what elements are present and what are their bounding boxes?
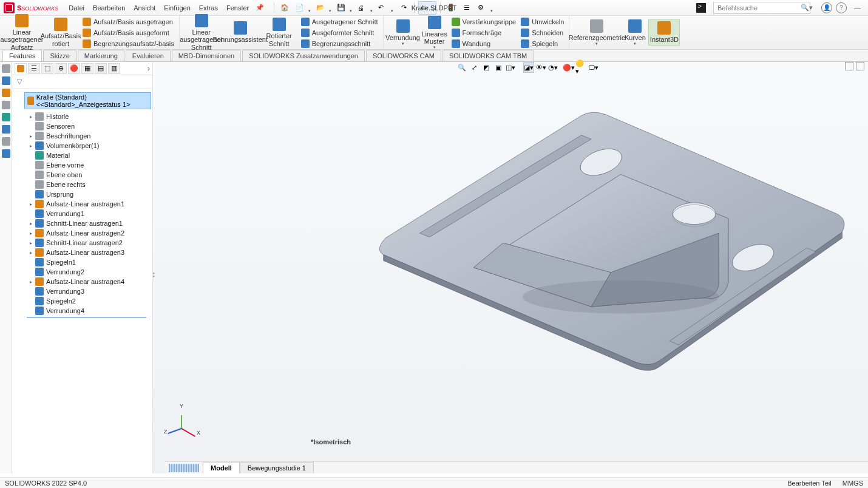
cmd-revolve[interactable]: Aufsatz/Basis rotiert (41, 16, 80, 48)
cmd-rib[interactable]: Verstärkungsrippe (449, 16, 519, 27)
expand-icon[interactable]: ▸ (28, 134, 34, 139)
taskpane-appearances-icon[interactable] (2, 113, 10, 121)
tree-node[interactable]: Ebene oben (27, 170, 152, 180)
appearance-icon[interactable]: 🔴▾ (563, 62, 574, 73)
mgrtab-cam-ops[interactable]: ▤ (95, 63, 107, 74)
menu-ansicht[interactable]: Ansicht (129, 2, 160, 14)
tab-skizze[interactable]: Skizze (43, 50, 76, 61)
cmd-sweep-cut[interactable]: Ausgetragener Schnitt (299, 16, 381, 27)
mgrtab-display[interactable]: 🔴 (68, 63, 80, 74)
cmd-boundary[interactable]: Begrenzungsaufsatz/-basis (80, 38, 177, 49)
cmd-linear-pattern[interactable]: Lineares Muster▾ (420, 15, 449, 51)
timeline-bar[interactable] (169, 464, 199, 472)
home-button[interactable]: 🏠 (278, 1, 291, 15)
menu-bearbeiten[interactable]: Bearbeiten (89, 2, 129, 14)
taskpane-design-lib-icon[interactable] (2, 76, 10, 85)
tab-evaluieren[interactable]: Evaluieren (126, 50, 171, 61)
expand-icon[interactable]: ▸ (28, 240, 34, 246)
vp-tile-icon[interactable] (845, 62, 853, 70)
cmd-ref-geometry[interactable]: Referenzgeometrie▾ (572, 18, 622, 47)
cmd-intersect[interactable]: Schneiden (518, 27, 566, 38)
cmd-linear-extrude[interactable]: Linear ausgetragener Aufsatz (2, 13, 41, 52)
tab-modell[interactable]: Modell (203, 462, 240, 473)
expand-icon[interactable]: ▸ (28, 279, 34, 285)
new-button[interactable]: 📄 (294, 1, 312, 15)
cmd-curves[interactable]: Kurven▾ (622, 18, 648, 47)
tree-node[interactable]: Verrundung1 (27, 209, 152, 219)
cmd-cut-extrude[interactable]: Linear ausgetragener Schnitt (182, 13, 221, 52)
tree-node[interactable]: Spiegeln1 (27, 257, 152, 267)
cmd-hole-wizard[interactable]: Bohrungsassistent (221, 20, 260, 44)
hide-show-icon[interactable]: 👁▾ (535, 62, 546, 73)
tab-features[interactable]: Features (2, 50, 42, 61)
undo-button[interactable]: ↶ (376, 1, 395, 15)
expand-icon[interactable]: ▸ (28, 202, 34, 207)
tree-node[interactable]: ▸Beschriftungen (27, 131, 152, 141)
cmd-sweep[interactable]: Aufsatz/Basis ausgetragen (80, 16, 177, 27)
tree-node[interactable]: ▸Schnitt-Linear austragen1 (27, 219, 152, 228)
graphics-viewport[interactable]: 🔍 ⤢ ◩ ▣ ◫▾ ◪▾ 👁▾ ◔▾ 🔴▾ 🟡▾ 🖵▾ (153, 62, 868, 473)
mgrtab-cam-tools[interactable]: ▥ (108, 63, 120, 74)
tab-cam-tbm[interactable]: SOLIDWORKS CAM TBM (442, 50, 534, 61)
zoom-area-icon[interactable]: ⤢ (469, 62, 480, 73)
save-button[interactable]: 💾 (335, 1, 353, 15)
screen-icon[interactable]: 🖵▾ (588, 62, 598, 73)
taskpane-forum-icon[interactable] (2, 137, 10, 146)
redo-button[interactable]: ↷ (397, 1, 410, 15)
tab-markierung[interactable]: Markierung (78, 50, 124, 61)
mgrtab-feature-tree[interactable] (15, 63, 27, 74)
options-list-icon[interactable]: ☰ (460, 1, 473, 15)
tree-node[interactable]: ▸Volumenkörper(1) (27, 141, 152, 151)
expand-icon[interactable]: ▸ (28, 250, 34, 256)
mgrtab-dimxpert[interactable]: ⊕ (55, 63, 67, 74)
search-icon[interactable]: 🔍▾ (801, 4, 813, 12)
manager-expand-icon[interactable]: › (147, 64, 150, 73)
tree-node[interactable]: ▸Aufsatz-Linear austragen4 (27, 277, 152, 286)
expand-icon[interactable]: ▸ (28, 143, 34, 149)
taskpane-custom-props-icon[interactable] (2, 125, 10, 134)
display-style-icon[interactable]: ◪▾ (523, 62, 534, 73)
tab-cam[interactable]: SOLIDWORKS CAM (366, 50, 441, 61)
cmd-fillet[interactable]: Verrundung▾ (386, 18, 420, 47)
taskpane-file-explorer-icon[interactable] (2, 89, 10, 97)
print-button[interactable]: 🖨 (356, 1, 374, 15)
tree-node[interactable]: Verrundung2 (27, 267, 152, 277)
cmd-loft[interactable]: Aufsatz/Basis ausgeformt (80, 27, 177, 38)
tab-addins[interactable]: SOLIDWORKS Zusatzanwendungen (242, 50, 365, 61)
tree-root[interactable]: Kralle (Standard) <<Standard>_Anzeigesta… (24, 92, 151, 109)
pin-icon[interactable]: 📌 (256, 4, 264, 12)
tree-node[interactable]: ▸Aufsatz-Linear austragen2 (27, 228, 152, 238)
expand-icon[interactable]: ▸ (28, 231, 34, 236)
tree-node[interactable]: Ursprung (27, 189, 152, 199)
expand-icon[interactable]: ▸ (28, 221, 34, 226)
user-account-icon[interactable]: 👤 (821, 2, 832, 13)
tree-node[interactable]: Ebene vorne (27, 160, 152, 170)
cmd-instant3d[interactable]: Instant3D (648, 19, 680, 45)
section-view-icon[interactable]: ▣ (493, 62, 504, 73)
status-units[interactable]: MMGS (843, 480, 863, 487)
tab-mbd[interactable]: MBD-Dimensionen (172, 50, 241, 61)
cmd-wrap[interactable]: Umwickeln (518, 16, 566, 27)
scene-icon[interactable]: ◔▾ (548, 62, 558, 73)
cmd-shell[interactable]: Wandung (449, 38, 519, 49)
command-search-input[interactable] (713, 2, 810, 14)
zoom-fit-icon[interactable]: 🔍 (456, 62, 467, 73)
settings-button[interactable]: ⚙ (476, 1, 494, 15)
tree-node[interactable]: Verrundung4 (27, 306, 152, 316)
tab-motion-study[interactable]: Bewegungsstudie 1 (240, 462, 314, 473)
tree-node[interactable]: ▸Schnitt-Linear austragen2 (27, 238, 152, 248)
cmd-revolve-cut[interactable]: Rotierter Schnitt (260, 16, 299, 48)
tree-node[interactable]: ▸Historie (27, 112, 152, 121)
mgrtab-cam-tree[interactable]: ▦ (81, 63, 93, 74)
cmd-draft[interactable]: Formschräge (449, 27, 519, 38)
taskpane-resources-icon[interactable] (2, 64, 10, 73)
menu-extras[interactable]: Extras (195, 2, 222, 14)
taskpane-view-palette-icon[interactable] (2, 101, 10, 109)
tree-node[interactable]: Ebene rechts (27, 180, 152, 189)
tree-node[interactable]: Verrundung3 (27, 286, 152, 296)
render-icon[interactable]: 🟡▾ (575, 62, 586, 73)
tree-node[interactable]: ▸Aufsatz-Linear austragen1 (27, 199, 152, 209)
taskpane-cam-icon[interactable] (2, 149, 10, 158)
open-button[interactable]: 📂 (314, 1, 333, 15)
mgrtab-config[interactable]: ⬚ (41, 63, 53, 74)
